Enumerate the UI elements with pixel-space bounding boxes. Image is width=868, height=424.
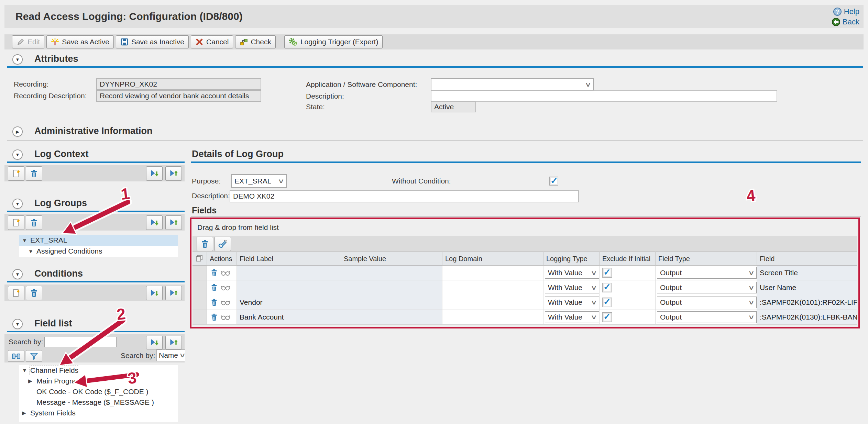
display-glasses-icon[interactable] xyxy=(221,299,230,306)
search-input[interactable] xyxy=(44,337,117,347)
display-glasses-icon[interactable] xyxy=(221,313,230,321)
tree-item-assigned-conditions[interactable]: ▼ Assigned Conditions xyxy=(19,246,178,257)
admin-info-collapse-toggle[interactable]: ▶ xyxy=(12,126,23,137)
tree-item-ext-sral[interactable]: ▼ EXT_SRAL xyxy=(19,235,178,246)
field-list-collapse-toggle[interactable]: ▼ xyxy=(12,319,23,329)
row-selector[interactable] xyxy=(193,295,207,310)
app-component-select[interactable]: ∨ xyxy=(431,78,594,91)
log-context-expand-all-button[interactable] xyxy=(146,166,163,181)
collapse-all-icon xyxy=(169,288,178,298)
field-list-expand-all-button[interactable] xyxy=(146,336,163,349)
display-glasses-icon[interactable] xyxy=(221,284,230,291)
column-header-field-type[interactable]: Field Type xyxy=(656,252,757,266)
delete-row-icon[interactable] xyxy=(210,298,218,306)
log-context-collapse-all-button[interactable] xyxy=(165,166,182,181)
fields-section-title: Fields xyxy=(192,205,217,215)
edit-button[interactable]: Edit xyxy=(12,35,44,48)
field-type-cell: Output∨ xyxy=(656,310,757,325)
field-label-cell xyxy=(237,280,341,295)
column-header-exclude-if-initial[interactable]: Exclude If Initial xyxy=(600,252,656,266)
row-selector[interactable] xyxy=(193,280,207,295)
tree-item-system-fields[interactable]: ▶ System Fields xyxy=(19,408,178,418)
conditions-expand-all-button[interactable] xyxy=(146,286,163,300)
log-context-delete-button[interactable] xyxy=(26,166,42,181)
find-button[interactable] xyxy=(8,350,24,362)
column-header-sample-value[interactable]: Sample Value xyxy=(341,252,442,266)
details-of-log-group-title: Details of Log Group xyxy=(192,149,284,159)
logging-trigger-expert-button[interactable]: Logging Trigger (Expert) xyxy=(284,35,383,48)
delete-row-icon[interactable] xyxy=(210,269,218,277)
filter-button[interactable] xyxy=(26,350,42,362)
exclude-if-initial-checkbox[interactable]: ✓ xyxy=(602,298,612,307)
tree-item-ok-code[interactable]: OK Code - OK Code ($_F_CODE ) xyxy=(19,386,178,397)
expander-icon[interactable]: ▶ xyxy=(28,378,36,384)
column-header-log-domain[interactable]: Log Domain xyxy=(442,252,543,266)
log-group-description-field[interactable] xyxy=(230,190,579,202)
tree-item-channel-fields[interactable]: ▼ Channel Fields xyxy=(19,365,178,376)
exclude-if-initial-cell: ✓ xyxy=(600,310,656,325)
back-link[interactable]: Back xyxy=(832,17,859,27)
field-type-select[interactable]: Output∨ xyxy=(657,297,757,308)
exclude-if-initial-checkbox[interactable]: ✓ xyxy=(602,268,612,278)
conditions-collapse-toggle[interactable]: ▼ xyxy=(12,269,23,279)
recording-description-field[interactable] xyxy=(96,90,261,102)
conditions-collapse-all-button[interactable] xyxy=(165,286,182,300)
attributes-collapse-toggle[interactable]: ▼ xyxy=(12,54,23,65)
description-field[interactable] xyxy=(431,90,777,102)
tree-item-label: OK Code - OK Code ($_F_CODE ) xyxy=(36,388,149,396)
exclude-if-initial-checkbox[interactable]: ✓ xyxy=(602,283,612,292)
tree-item-main-program[interactable]: ▶ Main Program xyxy=(19,376,178,386)
field-type-select[interactable]: Output∨ xyxy=(657,267,757,279)
field-type-select[interactable]: Output∨ xyxy=(657,311,757,323)
log-groups-collapse-toggle[interactable]: ▼ xyxy=(12,199,23,209)
row-selector[interactable] xyxy=(193,266,207,280)
column-header-logging-type[interactable]: Logging Type xyxy=(543,252,600,266)
logging-type-select[interactable]: With Value∨ xyxy=(545,297,599,308)
column-header-actions[interactable]: Actions xyxy=(207,252,237,266)
logging-type-select[interactable]: With Value∨ xyxy=(545,282,599,293)
search-by-select[interactable]: Name∨ xyxy=(156,349,185,361)
conditions-delete-button[interactable] xyxy=(26,286,42,300)
delete-row-icon[interactable] xyxy=(210,313,218,321)
expander-icon[interactable]: ▼ xyxy=(22,237,30,243)
help-link[interactable]: ? Help xyxy=(832,7,859,17)
logging-type-select[interactable]: With Value∨ xyxy=(545,311,599,323)
log-groups-create-button[interactable] xyxy=(8,215,24,230)
row-selector[interactable] xyxy=(193,310,207,325)
cancel-button[interactable]: Cancel xyxy=(191,35,233,48)
purpose-select[interactable]: EXT_SRAL∨ xyxy=(231,174,287,188)
display-glasses-icon[interactable] xyxy=(221,269,230,277)
column-header-field-label[interactable]: Field Label xyxy=(237,252,341,266)
expander-icon[interactable]: ▶ xyxy=(22,410,30,416)
conditions-toolbar xyxy=(4,284,185,301)
log-groups-expand-all-button[interactable] xyxy=(146,215,163,230)
log-groups-divider xyxy=(7,211,185,212)
save-as-inactive-button[interactable]: Save as Inactive xyxy=(116,35,189,48)
log-context-collapse-toggle[interactable]: ▼ xyxy=(12,149,23,160)
log-context-create-button[interactable] xyxy=(8,166,24,181)
exclude-if-initial-checkbox[interactable]: ✓ xyxy=(602,312,612,322)
expander-icon[interactable]: ▼ xyxy=(28,248,36,254)
logging-type-select[interactable]: With Value∨ xyxy=(545,267,599,279)
table-row: With Value∨ ✓ Output∨ Screen Title xyxy=(193,266,857,280)
log-groups-collapse-all-button[interactable] xyxy=(165,215,182,230)
recording-field[interactable] xyxy=(96,78,261,90)
column-header-field[interactable]: Field xyxy=(757,252,857,266)
check-button[interactable]: Check xyxy=(235,35,276,48)
state-field[interactable] xyxy=(431,101,476,112)
save-as-active-button[interactable]: Save as Active xyxy=(46,35,114,48)
logging-type-cell: With Value∨ xyxy=(543,280,600,295)
tree-item-label: Assigned Conditions xyxy=(36,247,102,255)
fields-delete-button[interactable] xyxy=(197,237,213,251)
logging-type-cell: With Value∨ xyxy=(543,295,600,310)
log-groups-delete-button[interactable] xyxy=(26,215,42,230)
expander-icon[interactable]: ▼ xyxy=(22,367,30,373)
fields-settings-button[interactable] xyxy=(215,237,231,251)
field-type-select[interactable]: Output∨ xyxy=(657,282,757,293)
select-all-cell[interactable] xyxy=(193,252,207,266)
conditions-create-button[interactable] xyxy=(8,286,24,300)
field-list-collapse-all-button[interactable] xyxy=(165,336,182,349)
delete-row-icon[interactable] xyxy=(210,283,218,292)
without-condition-checkbox[interactable]: ✓ xyxy=(549,177,558,186)
tree-item-message[interactable]: Message - Message ($_MESSAGE ) xyxy=(19,397,178,408)
